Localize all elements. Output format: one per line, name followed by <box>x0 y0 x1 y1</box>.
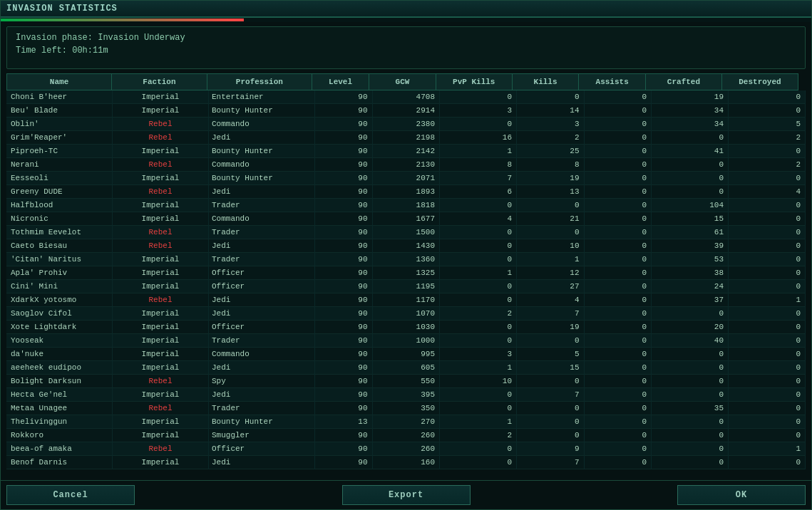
table-row[interactable]: Saoglov CifolImperialJedi90107027000 <box>6 307 806 321</box>
col-header-crafted[interactable]: Crafted <box>645 74 721 90</box>
player-name: Caeto Biesau <box>6 239 113 253</box>
player-faction: Imperial <box>113 456 209 469</box>
cell-value: 1360 <box>372 253 440 266</box>
player-profession: Jedi <box>209 456 315 469</box>
player-faction: Imperial <box>113 104 209 118</box>
player-faction: Imperial <box>113 145 209 158</box>
cell-value: 0 <box>652 388 729 402</box>
cell-value: 0 <box>517 226 585 239</box>
table-row[interactable]: beea-of amakaRebelOfficer9026009001 <box>6 442 806 456</box>
cell-value: 0 <box>584 266 652 280</box>
col-header-faction[interactable]: Faction <box>112 74 207 90</box>
player-faction: Imperial <box>113 172 209 185</box>
cell-value: 1070 <box>372 307 440 321</box>
ok-button[interactable]: OK <box>677 485 806 505</box>
cell-value: 90 <box>314 104 372 118</box>
player-faction: Rebel <box>113 239 209 253</box>
table-row[interactable]: Cini' MiniImperialOfficer9011950270240 <box>6 280 806 293</box>
cell-value: 0 <box>584 226 652 239</box>
player-faction: Rebel <box>113 402 209 415</box>
cell-value: 61 <box>652 226 729 239</box>
cell-value: 0 <box>584 293 652 307</box>
cell-value: 90 <box>314 158 372 172</box>
cell-value: 0 <box>584 456 652 469</box>
info-panel: Invasion phase: Invasion Underway Time l… <box>6 26 806 69</box>
table-row[interactable]: Benof DarnisImperialJedi9016007000 <box>6 456 806 469</box>
cell-value: 1325 <box>372 266 440 280</box>
table-row[interactable]: 'Citan' NaritusImperialTrader90136001053… <box>6 253 806 266</box>
player-faction: Imperial <box>113 334 209 348</box>
col-header-destroyed[interactable]: Destroyed <box>721 74 798 90</box>
table-row[interactable]: HalfbloodImperialTrader9018180001040 <box>6 199 806 212</box>
table-row[interactable]: NicronicImperialCommando9016774210150 <box>6 212 806 226</box>
cell-value: 0 <box>440 442 517 456</box>
player-name: Benof Darnis <box>6 456 113 469</box>
table-row[interactable]: ThelivinggunImperialBounty Hunter1327010… <box>6 415 806 429</box>
table-row[interactable]: Caeto BiesauRebelJedi9014300100390 <box>6 239 806 253</box>
table-row[interactable]: NeraniRebelCommando90213088002 <box>6 158 806 172</box>
cell-value: 0 <box>517 334 585 348</box>
table-row[interactable]: Metaa UnageeRebelTrader90350000350 <box>6 402 806 415</box>
table-row[interactable]: EesseoliImperialBounty Hunter90207171900… <box>6 172 806 185</box>
footer: Cancel Export OK <box>1 480 811 509</box>
table-row[interactable]: Grim'Reaper'RebelJedi902198162002 <box>6 131 806 145</box>
col-header-gcw[interactable]: GCW <box>369 74 436 90</box>
table-row[interactable]: Beu' BladeImperialBounty Hunter902914314… <box>6 104 806 118</box>
cell-value: 0 <box>729 429 806 442</box>
table-row[interactable]: Xote LightdarkImperialOfficer90103001902… <box>6 321 806 334</box>
table-row[interactable]: da'nukeImperialCommando9099535000 <box>6 348 806 361</box>
export-button[interactable]: Export <box>342 485 471 505</box>
cell-value: 160 <box>372 456 440 469</box>
col-header-profession[interactable]: Profession <box>207 74 312 90</box>
table-body-wrapper[interactable]: Choni B'heerImperialEntertainer904708000… <box>6 90 806 480</box>
cancel-button[interactable]: Cancel <box>6 485 135 505</box>
player-name: Rokkoro <box>6 429 113 442</box>
cell-value: 260 <box>372 429 440 442</box>
cell-value: 2380 <box>372 118 440 131</box>
table-row[interactable]: RokkoroImperialSmuggler9026020000 <box>6 429 806 442</box>
player-profession: Bounty Hunter <box>209 145 315 158</box>
cell-value: 350 <box>372 402 440 415</box>
table-row[interactable]: Piproeh-TCImperialBounty Hunter902142125… <box>6 145 806 158</box>
invasion-phase-text: Invasion phase: Invasion Underway <box>16 33 796 43</box>
table-row[interactable]: XdarkX yotosmoRebelJedi901170040371 <box>6 293 806 307</box>
player-faction: Imperial <box>113 199 209 212</box>
cell-value: 40 <box>652 334 729 348</box>
table-row[interactable]: aeeheek eudipooImperialJedi90605115000 <box>6 361 806 375</box>
cell-value: 0 <box>440 280 517 293</box>
progress-bar-area <box>1 18 811 22</box>
cell-value: 0 <box>584 185 652 199</box>
cell-value: 90 <box>314 429 372 442</box>
player-name: Eesseoli <box>6 172 113 185</box>
table-row[interactable]: Apla' ProhivImperialOfficer9013251120380 <box>6 266 806 280</box>
cell-value: 0 <box>517 415 585 429</box>
col-header-kills[interactable]: Kills <box>512 74 579 90</box>
col-header-assists[interactable]: Assists <box>579 74 646 90</box>
col-header-name[interactable]: Name <box>7 74 112 90</box>
time-left-text: Time left: 00h:11m <box>16 46 796 56</box>
player-profession: Officer <box>209 266 315 280</box>
table-row[interactable]: Tothmim EevelotRebelTrader901500000610 <box>6 226 806 239</box>
cell-value: 0 <box>729 239 806 253</box>
player-profession: Jedi <box>209 185 315 199</box>
player-name: Xote Lightdark <box>6 321 113 334</box>
table-row[interactable]: Oblin'RebelCommando902380030345 <box>6 118 806 131</box>
table-row[interactable]: Hecta Ge'nelImperialJedi9039507000 <box>6 388 806 402</box>
cell-value: 90 <box>314 375 372 388</box>
col-header-level[interactable]: Level <box>312 74 369 90</box>
cell-value: 1030 <box>372 321 440 334</box>
player-faction: Imperial <box>113 361 209 375</box>
col-header-pvp-kills[interactable]: PvP Kills <box>436 74 512 90</box>
table-row[interactable]: Choni B'heerImperialEntertainer904708000… <box>6 90 806 104</box>
cell-value: 0 <box>729 307 806 321</box>
table-row[interactable]: Greeny DUDERebelJedi901893613004 <box>6 185 806 199</box>
cell-value: 90 <box>314 185 372 199</box>
player-name: Hecta Ge'nel <box>6 388 113 402</box>
table-row[interactable]: Bolight DarksunRebelSpy90550100000 <box>6 375 806 388</box>
player-faction: Rebel <box>113 226 209 239</box>
cell-value: 19 <box>517 321 585 334</box>
cell-value: 0 <box>652 172 729 185</box>
cell-value: 0 <box>584 199 652 212</box>
table-row[interactable]: YooseakImperialTrader901000000400 <box>6 334 806 348</box>
player-name: Tothmim Eevelot <box>6 226 113 239</box>
